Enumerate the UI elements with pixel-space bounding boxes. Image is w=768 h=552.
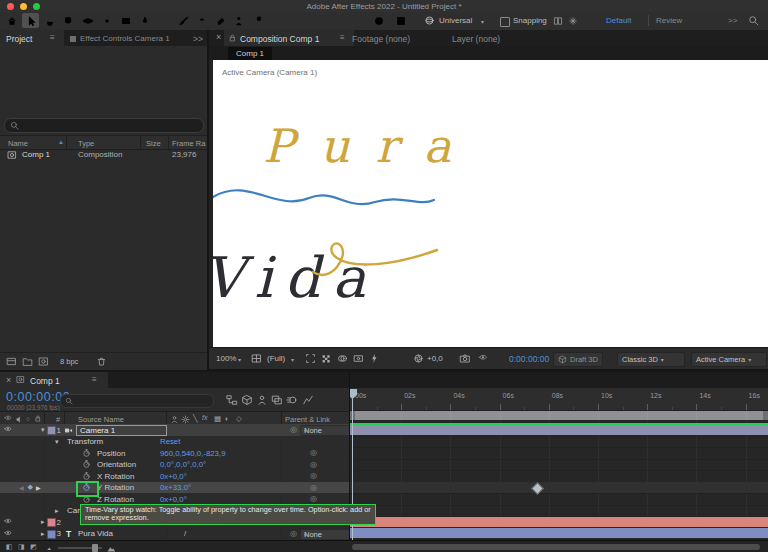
col-size[interactable]: Size	[146, 139, 161, 148]
property-value[interactable]: 0x+33,0°	[160, 483, 191, 492]
exposure-value[interactable]: +0,0	[427, 354, 443, 363]
timeline-zoom-slider[interactable]	[58, 547, 102, 549]
snapping-checkbox[interactable]	[500, 17, 510, 27]
parent-dropdown[interactable]: None▾	[300, 425, 349, 436]
tab-composition[interactable]: Composition Comp 1 ≡	[224, 30, 354, 46]
choose-grid-icon[interactable]	[251, 353, 262, 364]
pickwhip-icon[interactable]: ◎	[310, 494, 317, 503]
zoom-tool[interactable]	[60, 13, 77, 28]
resolution-dropdown[interactable]: (Full)	[267, 354, 285, 363]
magnification-arrow[interactable]: ▾	[238, 356, 241, 363]
pen-tool[interactable]	[136, 13, 153, 28]
renderer-dropdown[interactable]: Classic 3D ▾	[617, 352, 685, 367]
workspace-default[interactable]: Default	[606, 16, 631, 25]
sort-ascending-icon[interactable]: ▲	[58, 139, 64, 145]
eraser-tool[interactable]	[212, 13, 229, 28]
twirl-arrow-icon[interactable]: ▸	[41, 530, 45, 538]
puppet-pin-tool[interactable]	[250, 13, 267, 28]
label-color-swatch[interactable]	[47, 530, 56, 539]
new-folder-icon[interactable]	[22, 356, 33, 367]
col-frame-rate[interactable]: Frame Ra	[172, 139, 205, 148]
workspace-overflow[interactable]: >>	[728, 16, 737, 25]
selection-tool[interactable]	[22, 13, 39, 28]
show-snapshot-icon[interactable]	[477, 354, 489, 363]
property-name[interactable]: X Rotation	[97, 472, 134, 481]
property-value[interactable]: 0x+0,0°	[160, 495, 187, 504]
layer-name[interactable]: Pura Vida	[78, 529, 113, 538]
search-workspace-icon[interactable]	[748, 15, 759, 26]
label-color-swatch[interactable]	[47, 426, 56, 435]
universal-dropdown-arrow[interactable]: ▾	[481, 18, 484, 25]
layer-duration-bar[interactable]	[350, 528, 768, 538]
pickwhip-icon[interactable]: ◎	[310, 483, 317, 492]
property-row-orientation[interactable]: Orientation0,0°,0,0°,0,0°◎	[0, 459, 349, 471]
property-name[interactable]: Orientation	[97, 460, 136, 469]
universal-label[interactable]: Universal	[439, 16, 472, 25]
layer-duration-bar[interactable]	[350, 517, 768, 527]
home-tool[interactable]	[3, 13, 20, 28]
mask-visibility-icon[interactable]	[337, 353, 348, 364]
pickwhip-icon[interactable]: ◎	[290, 529, 297, 538]
type-tool[interactable]	[155, 13, 172, 28]
pixel-aspect-icon[interactable]	[353, 353, 364, 364]
orbit-camera-tool[interactable]	[79, 13, 96, 28]
property-name[interactable]: Y Rotation	[97, 483, 134, 492]
property-name[interactable]: Position	[97, 449, 125, 458]
pan-behind-tool[interactable]	[98, 13, 115, 28]
toggle-layer-switches-pane-icon[interactable]: ◧	[6, 543, 13, 551]
tab-footage[interactable]: Footage (none)	[352, 34, 410, 44]
col-type[interactable]: Type	[78, 139, 94, 148]
magnification-dropdown[interactable]: 100%	[216, 354, 236, 363]
snapping-label[interactable]: Snapping	[513, 16, 547, 25]
tab-effect-controls[interactable]: Effect Controls Camera 1	[80, 34, 170, 43]
layer-row-camera-1[interactable]: ▾1Camera 1◎None▾	[0, 424, 349, 436]
twirl-arrow-icon[interactable]: ▾	[41, 426, 45, 434]
twirl-arrow-icon[interactable]: ▾	[55, 438, 59, 446]
viewer-menu-icon[interactable]: ≡	[340, 33, 345, 42]
video-eye-icon[interactable]	[3, 518, 13, 526]
fast-previews-icon[interactable]	[369, 353, 380, 364]
layer-duration-bar[interactable]	[350, 425, 768, 435]
project-panel-menu-icon[interactable]: ≡	[50, 33, 55, 42]
tab-layer[interactable]: Layer (none)	[452, 34, 500, 44]
bit-depth-label[interactable]: 8 bpc	[60, 357, 78, 366]
property-row-x-rotation[interactable]: X Rotation0x+0,0°◎	[0, 470, 349, 482]
pickwhip-icon[interactable]: ◎	[310, 471, 317, 480]
property-value[interactable]: 0x+0,0°	[160, 472, 187, 481]
toggle-inout-pane-icon[interactable]: ◩	[30, 543, 37, 551]
hand-tool[interactable]	[41, 13, 58, 28]
zoom-in-mountain-icon[interactable]	[106, 543, 116, 552]
timeline-menu-icon[interactable]: ≡	[92, 375, 97, 384]
preview-timecode[interactable]: 0:00:00:00	[509, 354, 549, 364]
twirl-arrow-icon[interactable]: ▸	[41, 518, 45, 526]
keyframe-toggle-icon[interactable]: ◆	[28, 483, 33, 491]
resolution-arrow[interactable]: ▾	[291, 356, 294, 363]
pickwhip-icon[interactable]: ◎	[310, 448, 317, 457]
close-timeline-icon[interactable]: ×	[6, 375, 11, 385]
property-value[interactable]: Reset	[160, 437, 180, 446]
lock-viewer-icon[interactable]	[228, 33, 237, 43]
stopwatch-icon[interactable]	[82, 459, 91, 469]
snap-features-icon[interactable]	[553, 16, 563, 26]
layer-row-pura-vida[interactable]: ▸3TPura Vida/◎None▾	[0, 528, 349, 540]
property-row-y-rotation[interactable]: ◀◆▶Y Rotation0x+33,0°◎	[0, 482, 349, 494]
video-eye-icon[interactable]	[3, 426, 13, 434]
transparency-grid-icon[interactable]	[321, 353, 332, 364]
pickwhip-icon[interactable]: ◎	[290, 425, 297, 434]
draft-3d-button[interactable]: Draft 3D	[553, 352, 603, 367]
new-composition-icon[interactable]	[38, 356, 49, 367]
quality-switch[interactable]: /	[184, 529, 186, 538]
clone-stamp-tool[interactable]	[193, 13, 210, 28]
tab-project[interactable]: Project ≡	[0, 30, 64, 46]
view-axis-button[interactable]	[392, 13, 409, 28]
close-viewer-icon[interactable]: ×	[216, 32, 221, 42]
stopwatch-icon[interactable]	[82, 471, 91, 481]
horizontal-scrollbar[interactable]	[352, 544, 760, 550]
twirl-arrow-icon[interactable]: ▸	[55, 507, 59, 515]
prev-keyframe-icon[interactable]: ◀	[19, 484, 24, 491]
composition-canvas[interactable]: Active Camera (Camera 1) Pura Vida	[213, 60, 768, 347]
video-eye-icon[interactable]	[3, 530, 13, 538]
project-item-row[interactable]: Comp 1 Composition 23,976	[0, 148, 207, 161]
snap-edges-icon[interactable]	[568, 16, 578, 26]
tab-timeline-comp[interactable]: × Comp 1 ≡	[0, 372, 108, 388]
